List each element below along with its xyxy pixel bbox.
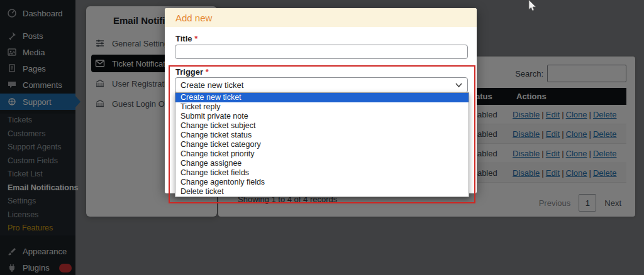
dropdown-option[interactable]: Change agentonly fields xyxy=(175,178,469,187)
dropdown-option[interactable]: Delete ticket xyxy=(175,187,469,197)
title-field-label: Title * xyxy=(175,34,197,43)
dropdown-option[interactable]: Change ticket subject xyxy=(175,121,469,131)
trigger-options-dropdown: Create new ticket Ticket reply Submit pr… xyxy=(175,92,469,197)
dropdown-option[interactable]: Ticket reply xyxy=(175,102,469,112)
dropdown-option[interactable]: Create new ticket xyxy=(175,93,469,102)
trigger-selected-value: Create new ticket xyxy=(180,80,243,90)
required-asterisk: * xyxy=(206,67,209,77)
title-input[interactable] xyxy=(175,45,468,59)
chevron-down-icon xyxy=(455,83,462,88)
modal-header: Add new xyxy=(165,8,477,27)
required-asterisk: * xyxy=(194,34,197,43)
dropdown-option[interactable]: Change ticket status xyxy=(175,131,469,140)
dropdown-option[interactable]: Change assignee xyxy=(175,159,469,168)
dropdown-option[interactable]: Change ticket category xyxy=(175,140,469,149)
trigger-field-label: Trigger * xyxy=(175,67,209,77)
dropdown-option[interactable]: Change ticket priority xyxy=(175,149,469,159)
dropdown-option[interactable]: Submit private note xyxy=(175,112,469,121)
trigger-select[interactable]: Create new ticket xyxy=(175,77,468,93)
dropdown-option[interactable]: Change ticket fields xyxy=(175,168,469,178)
modal-title: Add new xyxy=(175,13,212,23)
